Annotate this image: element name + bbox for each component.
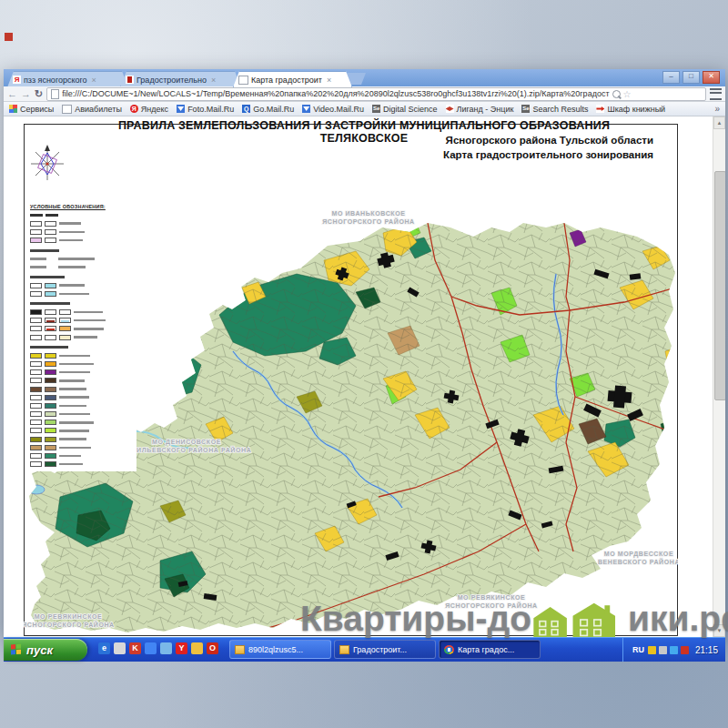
bookmark-yandex[interactable]: ЯЯндекс [130,105,168,114]
legend-swatch [45,361,56,367]
bookmark-gomail[interactable]: QGo.Mail.Ru [242,105,294,114]
maximize-button[interactable]: □ [682,71,700,84]
tab-close-icon[interactable]: × [327,76,331,85]
bookmark-arrow[interactable]: Шкаф книжный [596,105,665,114]
quicklaunch-icon[interactable]: e [98,642,110,654]
legend-swatch [30,309,42,315]
tray-icon[interactable] [670,646,678,654]
svg-text:МО РЕВЯКИНСКОЕ: МО РЕВЯКИНСКОЕ [35,613,103,620]
quicklaunch-icon[interactable]: Y [176,642,187,654]
legend-row [30,360,134,367]
bookmark-se[interactable]: SeDigital Science [372,105,438,114]
tab-karta-active[interactable]: Карта градостроит × [233,71,352,87]
tray-icons [648,646,689,654]
quicklaunch-icon[interactable] [145,642,157,654]
legend-row [30,352,134,359]
scroll-up-icon[interactable]: ▲ [713,116,725,129]
search-icon[interactable] [612,90,621,98]
taskbar-button-label: 890l2qlzusc5... [248,645,303,654]
reload-icon[interactable]: ↻ [35,89,43,99]
map-title-line2: Ясногорского района Тульской области [75,135,659,146]
tray-icon[interactable] [648,646,656,654]
legend-row [30,326,134,332]
bookmark-label: Search Results [532,105,588,114]
close-button[interactable]: ✕ [703,71,720,84]
scrollbar-thumb[interactable] [714,171,725,400]
taskbar-button[interactable]: 890l2qlzusc5... [229,640,331,659]
quicklaunch-icon[interactable]: O [207,642,218,654]
legend-swatch [30,461,42,467]
bookmark-mail[interactable]: Video.Mail.Ru [302,105,364,114]
bookmark-mail[interactable]: Foto.Mail.Ru [177,105,234,114]
legend-swatch [45,445,56,450]
legend-swatch [59,309,71,315]
legend-row [30,290,134,297]
tray-icon[interactable] [659,646,667,654]
legend-swatch [30,353,42,359]
legend-swatch [45,420,56,425]
bookmark-star-icon[interactable]: ☆ [623,89,632,99]
bookmarks-overflow-icon[interactable]: » [714,104,720,114]
bookmark-label: Авиабилеты [75,105,122,114]
page-icon [62,105,72,114]
map-title-line3: Карта градостроительного зонирования [75,149,659,160]
legend-row [30,369,134,376]
legend-swatch [45,309,56,315]
svg-text:МО ИВАНЬКОВСКОЕ: МО ИВАНЬКОВСКОЕ [331,210,405,217]
taskbar-button[interactable]: Карта градос... [439,640,541,659]
legend-swatch [30,387,42,392]
legend-row [30,453,134,460]
tab-pzz-yasnogorskogo[interactable]: Я пзз ясногорского × [7,71,128,87]
tab-gradostroitelno[interactable]: Градостроительно × [120,71,241,87]
tab-close-icon[interactable]: × [92,76,96,85]
svg-text:ВАСИЛЬЕВСКОГО РАЙОНА РАЙОНА: ВАСИЛЬЕВСКОГО РАЙОНА РАЙОНА [122,446,252,453]
bookmark-label: Foto.Mail.Ru [187,105,234,114]
quicklaunch-icon[interactable] [191,642,203,654]
legend-swatch [45,221,56,227]
legend-row [30,444,134,450]
quicklaunch-icon[interactable] [160,642,172,654]
url-field[interactable]: file:///C:/DOCUME~1/New/LOCALS~1/Temp/Вр… [46,87,706,101]
legend-swatch [30,395,42,400]
yandex-icon: Я [130,105,138,113]
legend-row [30,386,134,392]
folder-icon [235,645,245,654]
menu-icon[interactable] [710,88,722,100]
legend-row [30,428,134,434]
bookmark-page[interactable]: Авиабилеты [62,105,122,114]
forward-icon[interactable]: → [21,89,31,99]
screenshot-canvas: Я пзз ясногорского × Градостроительно × … [0,0,728,728]
legend-row [30,461,134,468]
legend-row [30,228,134,235]
legend-swatch [45,403,56,409]
ligand-icon [446,105,454,113]
bookmark-ligand[interactable]: Лиганд - Энцик [446,105,514,114]
start-button[interactable]: пуск [4,639,87,661]
legend-rows [30,212,134,468]
legend-swatch [30,453,42,459]
minimize-button[interactable]: – [662,71,680,84]
tab-bar: Я пзз ясногорского × Градостроительно × … [4,69,725,86]
quicklaunch-icon[interactable]: K [129,642,141,654]
windows-flag-icon [11,644,22,656]
taskbar-button[interactable]: Градостроит... [334,640,436,659]
legend-swatch [45,411,56,417]
bookmark-apps[interactable]: Сервисы [9,105,54,114]
quicklaunch-icon[interactable] [114,642,126,654]
legend-swatch [30,378,42,383]
vertical-scrollbar[interactable]: ▲ ▼ [713,116,725,637]
legend-swatch [45,453,56,459]
taskbar-button-label: Градостроит... [353,645,407,654]
legend-swatch [30,445,42,450]
folder-icon [339,645,349,654]
gomail-icon: Q [242,105,250,113]
clock[interactable]: 21:15 [695,645,718,655]
tray-icon[interactable] [681,646,689,654]
legend-swatch [59,318,71,323]
language-indicator[interactable]: RU [632,645,644,654]
tab-close-icon[interactable]: × [211,76,216,85]
back-icon[interactable]: ← [7,89,17,99]
bookmark-se[interactable]: SeSearch Results [521,105,588,114]
legend-swatch [30,335,42,340]
legend-swatch [45,318,56,323]
